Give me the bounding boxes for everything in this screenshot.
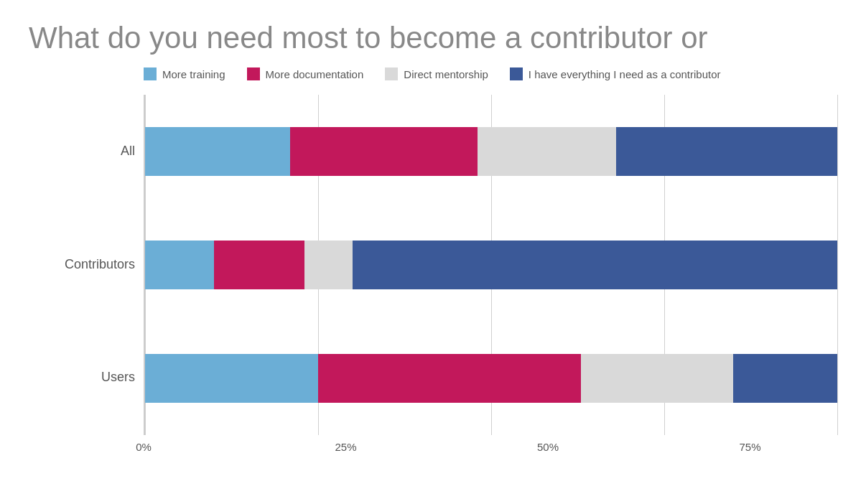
bar-all-training [145, 127, 290, 176]
bar-row-all [145, 127, 837, 176]
training-label: More training [162, 68, 225, 80]
y-label-users: Users [29, 370, 144, 385]
bar-all-mentorship [478, 127, 616, 176]
bar-row-users [145, 354, 837, 403]
bar-row-contributors [145, 241, 837, 289]
bar-users-training [145, 354, 318, 403]
x-label-0: 0% [136, 441, 152, 453]
bar-track-users [145, 354, 837, 403]
y-label-all: All [29, 144, 144, 159]
chart-container: What do you need most to become a contri… [0, 0, 866, 504]
mentorship-swatch [385, 67, 398, 80]
x-label-75: 75% [739, 441, 760, 453]
documentation-swatch [247, 67, 260, 80]
bar-all-have-everything [616, 127, 837, 176]
legend-item-documentation: More documentation [247, 67, 364, 80]
x-axis: 0% 25% 50% 75% 100% [29, 441, 837, 461]
bar-contributors-mentorship [304, 241, 353, 289]
bar-users-have-everything [733, 354, 837, 403]
legend: More training More documentation Direct … [29, 67, 837, 80]
chart-title: What do you need most to become a contri… [29, 22, 837, 55]
legend-item-have-everything: I have everything I need as a contributo… [510, 67, 721, 80]
bar-track-all [145, 127, 837, 176]
have-everything-label: I have everything I need as a contributo… [529, 68, 721, 80]
chart-inner: All Contributors Users [29, 95, 837, 435]
chart-area: All Contributors Users [29, 95, 837, 461]
bars-area [144, 95, 837, 435]
documentation-label: More documentation [266, 68, 364, 80]
bar-track-contributors [145, 241, 837, 289]
legend-item-training: More training [144, 67, 225, 80]
bar-contributors-training [145, 241, 214, 289]
have-everything-swatch [510, 67, 523, 80]
legend-item-mentorship: Direct mentorship [385, 67, 488, 80]
y-axis: All Contributors Users [29, 95, 144, 435]
bar-users-mentorship [581, 354, 733, 403]
x-label-25: 25% [335, 441, 356, 453]
bar-contributors-documentation [214, 241, 304, 289]
y-label-contributors: Contributors [29, 257, 144, 272]
grid-line-100 [837, 95, 838, 435]
bar-contributors-have-everything [353, 241, 837, 289]
training-swatch [144, 67, 157, 80]
mentorship-label: Direct mentorship [404, 68, 488, 80]
bar-users-documentation [318, 354, 581, 403]
x-label-50: 50% [537, 441, 559, 453]
bar-all-documentation [290, 127, 477, 176]
